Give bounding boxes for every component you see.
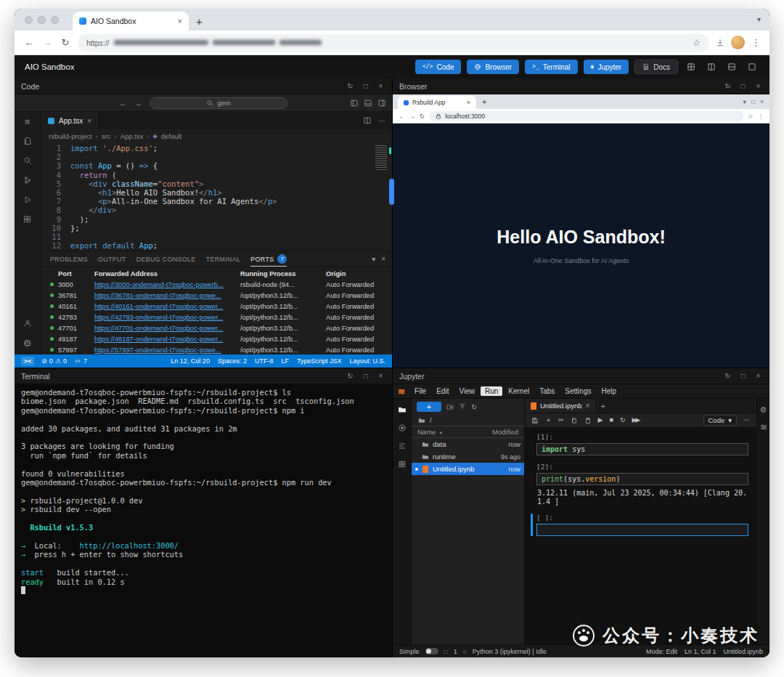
menu-kernel[interactable]: Kernel [504,386,534,396]
breadcrumb-symbol[interactable]: default [161,132,182,140]
inner-browser-tab[interactable]: Rsbuild App × [398,96,476,109]
notebook-cell[interactable]: [2]:print(sys.version)3.12.11 (main, Jul… [531,463,748,506]
toggle-secondary-sidebar-icon[interactable] [377,99,386,108]
command-center-search[interactable]: gem [150,97,287,109]
simple-mode-toggle[interactable] [425,648,438,654]
split-editor-icon[interactable] [363,116,372,125]
back-button[interactable]: ← [23,37,35,48]
problems-indicator[interactable]: ⊘0 ⚠0 [41,357,67,365]
menu-tabs[interactable]: Tabs [535,386,559,396]
notebook-tab[interactable]: Untitled.ipynb × [525,399,595,413]
inner-maximize-icon[interactable]: □ [751,98,755,105]
menu-run[interactable]: Run [481,386,502,396]
breadcrumb-src[interactable]: src [102,132,111,140]
encoding[interactable]: UTF-8 [255,357,274,365]
panel-close-icon[interactable]: × [381,255,385,263]
notebook-cell[interactable]: [1]:import sys [531,433,748,455]
cell-collapser[interactable] [531,514,533,536]
file-browser-icon[interactable] [398,405,407,414]
browser-button[interactable]: Browser [467,60,519,74]
tab-close-icon[interactable]: × [87,117,91,125]
refresh-icon[interactable]: ↻ [471,403,477,411]
new-launcher-button[interactable]: + [417,402,441,412]
settings-gear-icon[interactable]: ⚙ [760,405,767,415]
name-column-header[interactable]: Name [417,428,436,436]
add-cell-icon[interactable]: ＋ [545,417,552,423]
nav-forward-icon[interactable]: → [134,99,142,108]
table-of-contents-icon[interactable] [398,442,407,450]
cell-type-select[interactable]: Code ▾ [703,415,738,426]
address-bar[interactable]: https:// ☆ [78,34,709,52]
bottom-panel-tab-debug-console[interactable]: DEBUG CONSOLE [136,251,196,267]
layout-columns-icon[interactable] [704,60,719,74]
menu-edit[interactable]: Edit [432,386,453,396]
download-icon[interactable] [716,38,724,47]
layout-single-icon[interactable] [745,60,759,74]
paste-cell-icon[interactable] [584,417,592,424]
more-commands-icon[interactable]: ⋯ [743,417,750,423]
cell-input[interactable] [536,524,748,536]
source-control-icon[interactable] [22,174,33,186]
restart-kernel-icon[interactable]: ↻ [620,417,626,423]
editor-tab-app-tsx[interactable]: App.tsx × [41,112,99,129]
notebook-cell[interactable]: [ ]: [531,514,748,536]
panel-close-icon[interactable]: × [376,82,385,90]
search-icon[interactable] [22,155,33,166]
inner-forward-icon[interactable]: → [409,113,416,120]
property-inspector-icon[interactable] [759,423,768,431]
menu-help[interactable]: Help [597,386,621,396]
stop-kernel-icon[interactable]: ■ [609,417,613,423]
inner-reload-icon[interactable]: ↻ [420,113,425,120]
jupyter-button[interactable]: ◉ Jupyter [584,60,629,74]
menu-settings[interactable]: Settings [560,386,595,396]
profile-avatar[interactable] [731,36,745,49]
notebook-tab-close-icon[interactable]: × [586,402,590,410]
forward-button[interactable]: → [41,37,53,48]
language-mode[interactable]: TypeScript JSX [297,357,342,365]
save-icon[interactable] [531,417,539,424]
breadcrumb-file[interactable]: App.tsx [121,132,144,140]
forwarded-address-link[interactable]: https://57997-ondemand-t7osqboc-powe... [94,346,236,354]
tab-close-icon[interactable]: × [178,17,182,25]
tab-search-chevron-icon[interactable]: ▾ [757,15,761,23]
docs-button[interactable]: Docs [634,60,678,74]
window-minimize-button[interactable] [38,16,46,24]
panel-close-icon[interactable]: × [376,372,385,380]
bottom-panel-tab-output[interactable]: OUTPUT [98,251,126,267]
explorer-icon[interactable] [22,135,33,147]
ports-indicator[interactable]: 7 [74,357,87,365]
inner-tab-close-icon[interactable]: × [467,99,470,106]
file-browser-breadcrumb[interactable]: / [412,415,524,426]
forwarded-address-link[interactable]: https://40161-ondemand-t7osqboc-power... [94,303,236,310]
panel-refresh-icon[interactable]: ↻ [723,82,732,90]
window-close-button[interactable] [25,16,33,24]
cell-collapser[interactable] [531,463,533,506]
inner-bookmark-star-icon[interactable]: ☆ [748,113,754,120]
menu-file[interactable]: File [410,386,430,396]
inner-close-icon[interactable]: × [760,98,764,105]
restart-run-all-icon[interactable]: ▶▶ [632,417,639,423]
cut-cell-icon[interactable]: ✂ [558,417,564,423]
layout-grid-icon[interactable] [684,60,698,74]
file-row[interactable]: datanow [412,438,524,450]
panel-maximize-icon[interactable]: □ [361,372,370,380]
layout-rows-icon[interactable] [724,60,739,74]
code-button[interactable]: </> Code [415,60,461,74]
panel-refresh-icon[interactable]: ↻ [346,82,355,90]
new-tab-button[interactable]: + [196,16,203,27]
browser-menu-icon[interactable]: ⋮ [751,37,761,48]
panel-close-icon[interactable]: × [754,372,763,380]
toggle-sidebar-icon[interactable] [350,99,359,108]
forwarded-address-link[interactable]: https://49187-ondemand-t7osqboc-power... [94,336,236,343]
bottom-panel-tab-ports[interactable]: PORTS7 [250,251,287,267]
keyboard-layout[interactable]: Layout: U.S. [349,357,385,365]
menu-icon[interactable]: ≡ [22,115,33,127]
cursor-position[interactable]: Ln 12, Col 20 [171,357,210,365]
extensions-icon[interactable] [22,214,33,225]
copy-cell-icon[interactable] [571,417,578,424]
remote-indicator[interactable]: >< [21,357,34,365]
panel-refresh-icon[interactable]: ↻ [723,372,732,380]
forwarded-address-link[interactable]: https://47701-ondemand-t7osqboc-power... [94,325,236,332]
inner-back-icon[interactable]: ← [399,113,405,120]
upload-icon[interactable] [459,403,466,410]
